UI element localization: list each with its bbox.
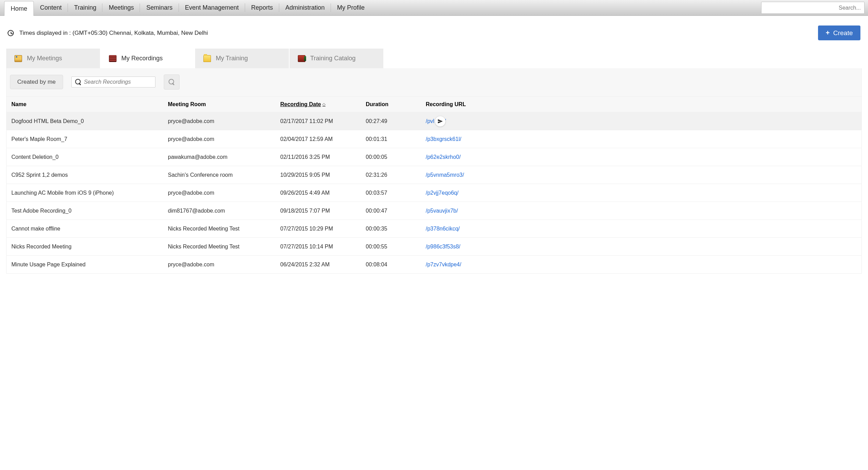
tab-label: My Meetings <box>27 55 62 62</box>
recording-url-link[interactable]: /p3bxgrsck61l/ <box>426 136 461 142</box>
cell-name: Launching AC Mobile from iOS 9 (iPhone) <box>11 190 168 196</box>
cell-duration: 00:27:49 <box>366 118 426 124</box>
table-row[interactable]: Peter's Maple Room_7pryce@adobe.com02/04… <box>7 130 861 148</box>
create-button[interactable]: + Create <box>818 25 860 40</box>
cell-duration: 00:08:04 <box>366 262 426 268</box>
cell-recording-url: /p378n6cikcq/ <box>426 226 857 232</box>
recording-url-link[interactable]: /p2vjj7eqo6q/ <box>426 190 458 196</box>
nav-item-my-profile[interactable]: My Profile <box>331 0 371 16</box>
search-icon <box>75 79 81 85</box>
table-header: Name Meeting Room Recording Date ◇ Durat… <box>7 97 861 112</box>
table-row[interactable]: Dogfood HTML Beta Demo_0pryce@adobe.com0… <box>7 112 861 130</box>
cell-meeting-room: pryce@adobe.com <box>168 136 280 142</box>
cell-recording-date: 06/24/2015 2:32 AM <box>280 262 366 268</box>
recording-url-link[interactable]: /p7zv7vkdpe4/ <box>426 262 461 267</box>
cell-recording-url: /p5vnma5mro3/ <box>426 172 857 178</box>
recordings-search-input[interactable] <box>84 79 151 85</box>
col-recording-url[interactable]: Recording URL <box>426 101 857 108</box>
cell-meeting-room: Sachin's Conference room <box>168 172 280 178</box>
tab-label: My Recordings <box>121 55 163 62</box>
nav-item-administration[interactable]: Administration <box>279 0 331 16</box>
cell-meeting-room: pryce@adobe.com <box>168 262 280 268</box>
table-row[interactable]: Content Deletion_0pawakuma@adobe.com02/1… <box>7 148 861 166</box>
cell-name: Nicks Recorded Meeting <box>11 244 168 250</box>
nav-item-home[interactable]: Home <box>4 1 34 16</box>
cell-recording-date: 09/26/2015 4:49 AM <box>280 190 366 196</box>
tab-my-meetings[interactable]: My Meetings <box>6 49 101 68</box>
cell-meeting-room: Nicks Recorded Meeting Test <box>168 244 280 250</box>
recordings-search-wrap <box>71 76 155 88</box>
nav-item-meetings[interactable]: Meetings <box>102 0 140 16</box>
cell-recording-date: 02/17/2017 11:02 PM <box>280 118 366 124</box>
tab-label: My Training <box>216 55 248 62</box>
cell-duration: 00:00:05 <box>366 154 426 160</box>
cell-duration: 02:31:26 <box>366 172 426 178</box>
cell-recording-date: 07/27/2015 10:29 PM <box>280 226 366 232</box>
cell-recording-url: /p3bxgrsck61l/ <box>426 136 857 142</box>
content-area: My MeetingsMy RecordingsMy TrainingTrain… <box>0 49 868 280</box>
cell-recording-date: 07/27/2015 10:14 PM <box>280 244 366 250</box>
table-row[interactable]: Cannot make offlineNicks Recorded Meetin… <box>7 219 861 237</box>
recording-url-link[interactable]: /p62e2skrho0/ <box>426 154 461 160</box>
nav-item-reports[interactable]: Reports <box>245 0 279 16</box>
cell-meeting-room: pryce@adobe.com <box>168 118 280 124</box>
col-recording-date-label: Recording Date ◇ <box>280 101 325 108</box>
tab-training-catalog[interactable]: Training Catalog <box>290 49 383 68</box>
cell-name: Dogfood HTML Beta Demo_0 <box>11 118 168 124</box>
tab-my-recordings[interactable]: My Recordings <box>101 49 195 68</box>
tab-my-training[interactable]: My Training <box>195 49 290 68</box>
recordings-search-go[interactable] <box>164 74 180 90</box>
cell-recording-url: /p62e2skrho0/ <box>426 154 857 160</box>
training-icon <box>203 55 211 62</box>
recording-url-link[interactable]: /p5vauvjix7b/ <box>426 208 458 214</box>
create-button-label: Create <box>833 29 853 37</box>
clock-icon <box>8 30 14 36</box>
table-row[interactable]: Launching AC Mobile from iOS 9 (iPhone)p… <box>7 184 861 202</box>
cell-recording-url: /pvl oitx/ <box>426 118 857 124</box>
cell-meeting-room: Nicks Recorded Meeting Test <box>168 226 280 232</box>
col-name[interactable]: Name <box>11 101 168 108</box>
recording-url-link[interactable]: /p378n6cikcq/ <box>426 226 460 232</box>
cell-recording-date: 09/18/2015 7:07 PM <box>280 208 366 214</box>
meetings-icon <box>14 55 22 62</box>
cell-name: Minute Usage Page Explained <box>11 262 168 268</box>
cell-recording-date: 02/04/2017 12:59 AM <box>280 136 366 142</box>
cell-meeting-room: pawakuma@adobe.com <box>168 154 280 160</box>
table-row[interactable]: C952 Sprint 1,2 demosSachin's Conference… <box>7 166 861 184</box>
plus-icon: + <box>826 29 830 37</box>
created-by-me-button[interactable]: Created by me <box>10 75 63 89</box>
col-meeting-room[interactable]: Meeting Room <box>168 101 280 108</box>
cell-name: Peter's Maple Room_7 <box>11 136 168 142</box>
nav-item-seminars[interactable]: Seminars <box>140 0 179 16</box>
nav-item-content[interactable]: Content <box>34 0 68 16</box>
col-duration[interactable]: Duration <box>366 101 426 108</box>
cell-duration: 00:00:35 <box>366 226 426 232</box>
search-icon <box>169 79 175 85</box>
timezone-text: Times displayed in : (GMT+05:30) Chennai… <box>19 30 208 37</box>
table-row[interactable]: Minute Usage Page Explainedpryce@adobe.c… <box>7 255 861 273</box>
table-row[interactable]: Test Adobe Recording_0dim81767@adobe.com… <box>7 202 861 219</box>
cell-recording-url: /p2vjj7eqo6q/ <box>426 190 857 196</box>
recording-url-link[interactable]: /p986c3f53s8/ <box>426 244 461 249</box>
nav-item-event-management[interactable]: Event Management <box>179 0 245 16</box>
recording-url-link[interactable]: /p5vnma5mro3/ <box>426 172 464 178</box>
table-row[interactable]: Nicks Recorded MeetingNicks Recorded Mee… <box>7 237 861 255</box>
cell-duration: 00:00:55 <box>366 244 426 250</box>
cell-duration: 00:01:31 <box>366 136 426 142</box>
nav-item-training[interactable]: Training <box>68 0 102 16</box>
global-search-input[interactable] <box>761 2 865 14</box>
tab-label: Training Catalog <box>310 55 355 62</box>
cell-recording-url: /p5vauvjix7b/ <box>426 208 857 214</box>
cell-name: Cannot make offline <box>11 226 168 232</box>
cell-name: C952 Sprint 1,2 demos <box>11 172 168 178</box>
cell-name: Content Deletion_0 <box>11 154 168 160</box>
segment-tabs: My MeetingsMy RecordingsMy TrainingTrain… <box>6 49 383 68</box>
send-action-button[interactable] <box>435 116 446 127</box>
cell-recording-date: 02/11/2016 3:25 PM <box>280 154 366 160</box>
cell-recording-url: /p7zv7vkdpe4/ <box>426 262 857 268</box>
top-nav: HomeContentTrainingMeetingsSeminarsEvent… <box>0 0 868 16</box>
col-recording-date[interactable]: Recording Date ◇ <box>280 101 366 108</box>
recordings-table: Name Meeting Room Recording Date ◇ Durat… <box>6 97 862 274</box>
cell-meeting-room: pryce@adobe.com <box>168 190 280 196</box>
cell-duration: 00:00:47 <box>366 208 426 214</box>
